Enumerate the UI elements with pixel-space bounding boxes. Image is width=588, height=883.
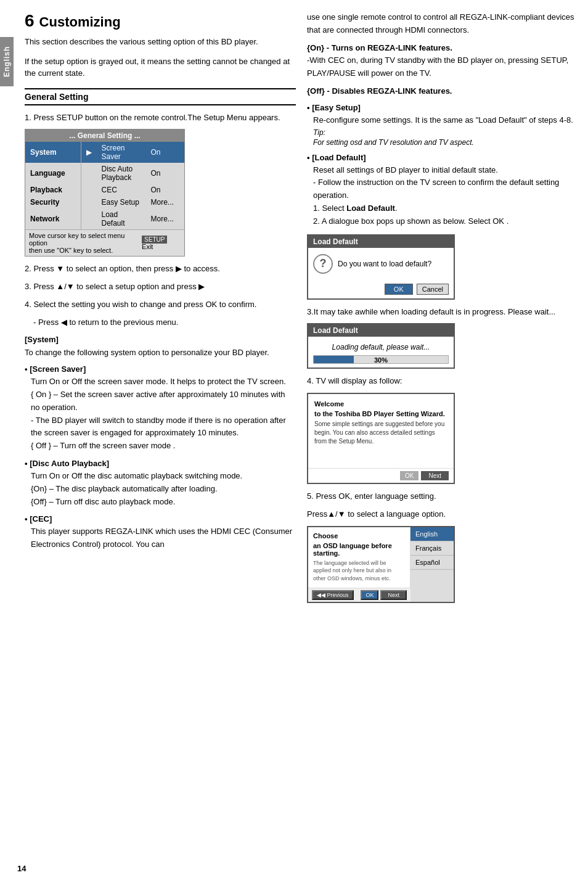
lang-option-espanol[interactable]: Español <box>410 556 454 570</box>
chapter-heading: 6 Customizing <box>25 11 296 31</box>
menu-row-network: Network Load Default More... <box>25 208 184 229</box>
language-chooser-screenshot: Choose an OSD language before starting. … <box>307 526 455 603</box>
cec-heading: [CEC] <box>25 514 296 524</box>
right-column: use one single remote control to control… <box>307 11 584 872</box>
menu-value-disc-auto: Disc Auto Playback <box>97 163 146 184</box>
load-default-p2: - Follow the instruction on the TV scree… <box>313 176 584 202</box>
menu-label-system: System <box>25 142 81 163</box>
screen-saver-p3: - The BD player will switch to standby m… <box>31 414 296 440</box>
cec-section: [CEC] This player supports REGZA-LINK wh… <box>25 514 296 551</box>
progress-loading-text: Loading default, please wait... <box>313 343 449 351</box>
disc-auto-p1: Turn On or Off the disc automatic playba… <box>31 470 296 483</box>
intro-p1: This section describes the various setti… <box>25 36 296 48</box>
disc-auto-section: [Disc Auto Playback] Turn On or Off the … <box>25 459 296 508</box>
left-column: 6 Customizing This section describes the… <box>25 11 296 872</box>
lang-chooser-wrapper: Choose an OSD language before starting. … <box>308 527 410 602</box>
cec-on: {On} - Turns on REGZA-LINK features. -Wi… <box>307 42 584 80</box>
step4b-text: - Press ◀ to return to the previous menu… <box>33 316 296 329</box>
cec-continued: use one single remote control to control… <box>307 11 584 37</box>
menu-status-line1: Move cursor key to select menu option <box>29 232 125 247</box>
choose-title: Choose <box>313 532 405 540</box>
wizard-body: Welcome to the Toshiba BD Player Setting… <box>308 394 454 468</box>
menu-value-cec: CEC <box>97 184 146 196</box>
load-progress-dialog: Load Default Loading default, please wai… <box>307 323 455 369</box>
dialog-cancel-button[interactable]: Cancel <box>417 284 449 295</box>
step5-text: 5. Press OK, enter language setting. <box>307 490 584 503</box>
cec-on-detail: -With CEC on, during TV standby with the… <box>307 55 568 78</box>
menu-row-system: System ▶ Screen Saver On <box>25 142 184 163</box>
chapter-title: Customizing <box>39 14 121 30</box>
menu-arrow-network <box>81 208 97 229</box>
menu-arrow-security <box>81 196 97 208</box>
screen-saver-p4: { Off } – Turn off the screen saver mode… <box>31 440 296 453</box>
step5-sub: Press▲/▼ to select a language option. <box>307 508 584 521</box>
easy-setup-section: [Easy Setup] Re-configure some settings.… <box>307 103 584 147</box>
menu-screenshot: ... General Setting ... System ▶ Screen … <box>25 129 185 257</box>
language-tab-label: English <box>2 46 11 77</box>
cec-off: {Off} - Disables REGZA-LINK features. <box>307 85 584 98</box>
language-tab: English <box>0 37 14 86</box>
wizard-text: Some simple settings are suggested befor… <box>314 420 447 446</box>
wizard-next-button[interactable]: Next <box>421 471 449 480</box>
lang-prev-button[interactable]: ◀◀ Previous <box>312 590 354 600</box>
chapter-number: 6 <box>25 11 35 31</box>
cec-p1: This player supports REGZA-LINK which us… <box>31 525 296 551</box>
step4-display-text: 4. TV will display as follow: <box>307 375 584 388</box>
screen-saver-heading: [Screen Saver] <box>25 364 296 374</box>
load-default-heading: [Load Default] <box>307 153 584 162</box>
step4-text: 4. Select the setting you wish to change… <box>25 298 296 311</box>
dialog-body: ? Do you want to load default? <box>308 248 454 280</box>
menu-value-load-default: Load Default <box>97 208 146 229</box>
menu-row-playback: Playback CEC On <box>25 184 184 196</box>
screen-saver-section: [Screen Saver] Turn On or Off the screen… <box>25 364 296 453</box>
disc-auto-p3: {Off} – Turn off disc auto playback mode… <box>31 496 296 509</box>
menu-status-network: More... <box>146 208 185 229</box>
cec-on-label: {On} - Turns on REGZA-LINK features. <box>307 43 452 52</box>
menu-row-language: Language Disc Auto Playback On <box>25 163 184 184</box>
menu-status-system: On <box>146 142 185 163</box>
progress-bar: 30% <box>313 355 449 364</box>
dialog-ok-button[interactable]: OK <box>385 284 413 295</box>
menu-label-language: Language <box>25 163 81 184</box>
lang-option-francais[interactable]: Français <box>410 541 454 556</box>
lang-option-english[interactable]: English <box>410 527 454 541</box>
menu-arrow-playback <box>81 184 97 196</box>
lang-ok-button[interactable]: OK <box>361 590 378 600</box>
menu-buttons: SETUP Exit <box>142 236 181 250</box>
progress-body: Loading default, please wait... 30% <box>308 337 454 368</box>
menu-arrow-language <box>81 163 97 184</box>
menu-status-text: Move cursor key to select menu option th… <box>29 232 142 254</box>
wizard-ok-button[interactable]: OK <box>400 471 419 480</box>
load-default-step1: 1. Select Load Default. <box>313 202 584 215</box>
general-setting-section-header: General Setting <box>25 88 296 105</box>
menu-exit-btn: Exit <box>142 243 153 250</box>
easy-setup-heading: [Easy Setup] <box>307 103 584 112</box>
general-setting-title: General Setting <box>25 92 88 102</box>
wizard-buttons: OK Next <box>308 468 454 483</box>
step2-text: 2. Press ▼ to select an option, then pre… <box>25 263 296 276</box>
menu-table: System ▶ Screen Saver On Language Disc A… <box>25 142 184 229</box>
dialog-title: Load Default <box>308 236 454 248</box>
menu-status-security: More... <box>146 196 185 208</box>
intro-p2: If the setup option is grayed out, it me… <box>25 55 296 80</box>
menu-label-security: Security <box>25 196 81 208</box>
easy-setup-tip-text: For setting osd and TV resolution and TV… <box>313 138 584 147</box>
cec-off-label: {Off} - Disables REGZA-LINK features. <box>307 86 452 96</box>
step1-text: 1. Press SETUP button on the remote cont… <box>25 112 296 125</box>
menu-label-playback: Playback <box>25 184 81 196</box>
menu-status-line2: then use "OK" key to select. <box>29 247 113 254</box>
progress-dialog-title: Load Default <box>308 324 454 337</box>
choose-text: The language selected will be applied no… <box>313 559 405 583</box>
screen-saver-p1: Turn On or Off the screen saver mode. It… <box>31 376 296 388</box>
menu-value-easy-setup: Easy Setup <box>97 196 146 208</box>
disc-auto-heading: [Disc Auto Playback] <box>25 459 296 468</box>
load-default-dialog: Load Default ? Do you want to load defau… <box>307 234 455 300</box>
wizard-subtitle: to the Toshiba BD Player Setting Wizard. <box>314 410 447 417</box>
load-default-section: [Load Default] Reset all settings of BD … <box>307 153 584 228</box>
menu-arrow-system: ▶ <box>81 142 97 163</box>
progress-percent: 30% <box>314 356 448 364</box>
lang-next-button[interactable]: Next <box>380 590 407 600</box>
menu-status-bar: Move cursor key to select menu option th… <box>25 229 184 256</box>
wizard-title: Welcome <box>314 400 447 408</box>
easy-setup-tip: Tip: <box>313 128 584 137</box>
